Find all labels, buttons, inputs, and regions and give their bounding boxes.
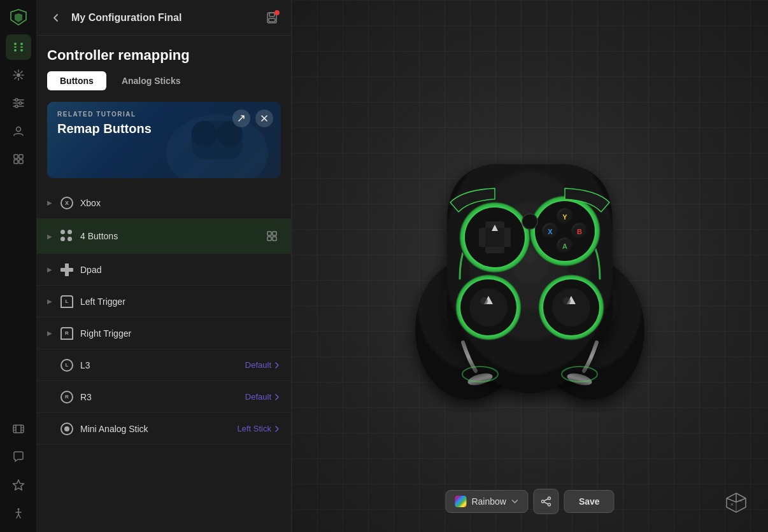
svg-point-18 [15, 99, 18, 101]
svg-line-11 [15, 71, 17, 73]
svg-line-14 [15, 78, 17, 80]
svg-point-2 [14, 49, 17, 52]
svg-point-1 [20, 43, 23, 45]
list-item-mini-analog[interactable]: Mini Analog Stick Left Stick [37, 413, 291, 445]
icon-right-trigger: R [60, 326, 74, 340]
svg-rect-41 [269, 18, 275, 22]
rainbow-label: Rainbow [471, 496, 506, 507]
svg-line-90 [544, 502, 548, 504]
sidebar-item-settings[interactable] [6, 90, 31, 116]
chevron-xbox: ▶ [47, 199, 52, 206]
svg-line-37 [17, 514, 18, 518]
tutorial-close-btn[interactable] [255, 109, 273, 127]
svg-point-20 [15, 105, 18, 108]
icon-r3: R [60, 390, 74, 404]
expand-4buttons[interactable] [263, 227, 281, 245]
svg-point-19 [19, 102, 22, 104]
svg-point-56 [469, 288, 508, 326]
svg-rect-49 [273, 232, 276, 235]
list-item-xbox[interactable]: ▶ X Xbox [37, 187, 291, 219]
svg-point-6 [17, 73, 20, 77]
chevron-4buttons: ▶ [47, 233, 52, 240]
value-mini-analog[interactable]: Left Stick [238, 424, 281, 433]
label-r3: R3 [80, 392, 239, 402]
cube-3d-icon[interactable]: ✕ ✕ [722, 489, 750, 517]
rainbow-chevron-icon [511, 498, 519, 505]
svg-point-81 [522, 214, 537, 229]
svg-rect-4 [14, 46, 17, 48]
svg-point-88 [542, 500, 544, 503]
value-r3[interactable]: Default [245, 392, 281, 402]
svg-rect-23 [19, 155, 23, 158]
label-xbox: Xbox [80, 198, 281, 208]
value-l3[interactable]: Default [245, 360, 281, 370]
svg-text:✕: ✕ [739, 498, 743, 503]
share-button[interactable] [534, 489, 559, 514]
controller-svg: Y X B A [364, 120, 695, 412]
list-item-4buttons[interactable]: ▶ 4 Buttons [37, 219, 291, 254]
tab-buttons[interactable]: Buttons [47, 71, 106, 90]
list-item-r3[interactable]: R R3 Default [37, 381, 291, 413]
tutorial-open-btn[interactable] [232, 109, 250, 127]
back-button[interactable] [47, 9, 65, 27]
section-title-row: Controller remapping [37, 36, 291, 71]
svg-marker-33 [13, 480, 24, 490]
svg-point-60 [552, 288, 590, 326]
tutorial-card: RELATED TUTORIAL Remap Buttons [47, 102, 281, 178]
icon-mini-analog [60, 422, 74, 436]
config-title: My Configuration Final [71, 12, 257, 24]
icon-xbox: X [60, 196, 74, 210]
sidebar-header: My Configuration Final [37, 0, 291, 36]
svg-rect-26 [13, 425, 24, 433]
label-mini-analog: Mini Analog Stick [80, 424, 231, 434]
list-item-left-trigger[interactable]: ▶ L Left Trigger [37, 286, 291, 318]
svg-text:B: B [577, 228, 582, 235]
icon-left-trigger: L [60, 295, 74, 309]
sidebar-item-accessibility[interactable] [6, 500, 31, 526]
sidebar-item-remapping[interactable] [6, 34, 31, 60]
svg-rect-50 [267, 237, 271, 241]
svg-text:X: X [548, 228, 553, 235]
svg-rect-25 [19, 160, 23, 164]
svg-line-38 [18, 514, 20, 518]
svg-line-12 [20, 78, 22, 80]
list-item-right-trigger[interactable]: ▶ R Right Trigger [37, 318, 291, 349]
svg-point-3 [20, 49, 23, 52]
save-icon[interactable] [263, 9, 281, 27]
icon-4buttons [60, 229, 74, 243]
tab-analog-sticks[interactable]: Analog Sticks [109, 71, 194, 90]
svg-point-34 [17, 508, 19, 510]
sidebar-item-profiles[interactable] [6, 118, 31, 144]
sidebar-item-lighting[interactable] [6, 62, 31, 88]
svg-point-21 [16, 127, 20, 132]
label-right-trigger: Right Trigger [80, 328, 281, 339]
svg-point-87 [548, 503, 551, 506]
rainbow-selector[interactable]: Rainbow [445, 490, 528, 513]
list-item-dpad[interactable]: ▶ Dpad [37, 254, 291, 286]
tabs-row: Buttons Analog Sticks [37, 71, 291, 98]
svg-point-61 [563, 297, 571, 305]
svg-point-0 [14, 43, 17, 45]
controller-area: Y X B A [339, 75, 721, 457]
icon-l3: L [60, 358, 74, 372]
svg-rect-22 [14, 155, 18, 158]
svg-rect-5 [20, 46, 23, 48]
rainbow-icon [455, 496, 466, 507]
label-4buttons: 4 Buttons [80, 231, 257, 241]
icon-bar [0, 0, 37, 532]
razer-logo [8, 6, 29, 28]
label-left-trigger: Left Trigger [80, 297, 281, 307]
sidebar: My Configuration Final Controller remapp… [37, 0, 292, 532]
list-section: ▶ X Xbox ▶ 4 Buttons [37, 187, 291, 532]
save-button[interactable]: Save [564, 490, 615, 513]
chevron-dpad: ▶ [47, 266, 52, 273]
svg-rect-51 [273, 237, 276, 241]
list-item-l3[interactable]: L L3 Default [37, 349, 291, 381]
svg-rect-24 [14, 160, 18, 164]
sidebar-item-chat[interactable] [6, 444, 31, 470]
svg-text:✕: ✕ [730, 501, 734, 507]
sidebar-item-favorites[interactable] [6, 472, 31, 498]
svg-rect-40 [269, 13, 274, 17]
sidebar-item-macros[interactable] [6, 146, 31, 172]
sidebar-item-film[interactable] [6, 416, 31, 442]
